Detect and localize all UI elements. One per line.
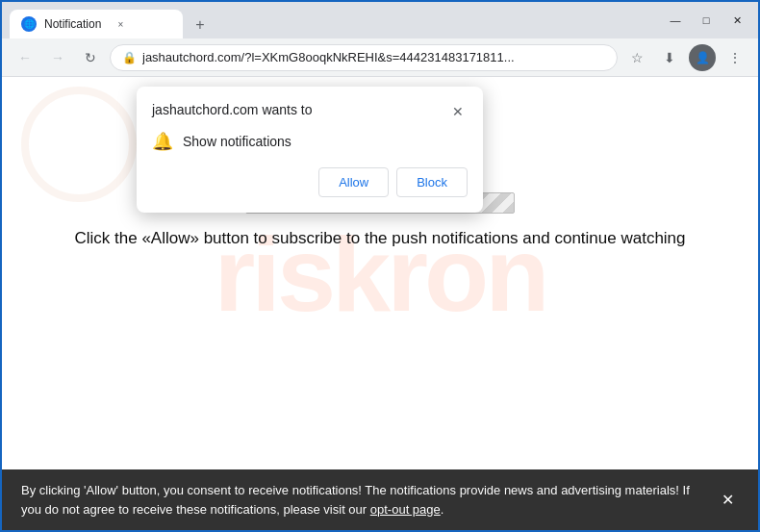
window-controls: — □ ✕ bbox=[662, 7, 750, 34]
downloads-icon: ⬇ bbox=[664, 50, 675, 65]
close-window-button[interactable]: ✕ bbox=[723, 7, 750, 34]
page-content: riskron jashautchord.com wants to ✕ 🔔 Sh… bbox=[2, 77, 758, 469]
tab-close-button[interactable]: × bbox=[113, 16, 128, 32]
popup-buttons: Allow Block bbox=[152, 167, 468, 197]
block-button[interactable]: Block bbox=[396, 167, 468, 197]
back-icon: ← bbox=[18, 50, 32, 65]
consent-text-content: By clicking 'Allow' button, you consent … bbox=[21, 483, 690, 517]
instruction-label: Click the «Allow» button to subscribe to… bbox=[74, 229, 685, 247]
consent-bar: By clicking 'Allow' button, you consent … bbox=[2, 469, 758, 530]
minimize-button[interactable]: — bbox=[662, 7, 689, 34]
notification-popup: jashautchord.com wants to ✕ 🔔 Show notif… bbox=[137, 87, 483, 213]
new-tab-button[interactable]: + bbox=[187, 12, 214, 38]
tab-favicon: 🌐 bbox=[21, 16, 37, 32]
back-button[interactable]: ← bbox=[12, 44, 38, 71]
profile-button[interactable]: 👤 bbox=[689, 44, 716, 71]
url-box[interactable]: 🔒 jashautchord.com/?l=XKmG8ooqkNkREHI&s=… bbox=[110, 44, 618, 71]
tab-area: 🌐 Notification × + bbox=[10, 2, 656, 38]
star-icon: ☆ bbox=[631, 50, 644, 65]
address-bar: ← → ↻ 🔒 jashautchord.com/?l=XKmG8ooqkNkR… bbox=[2, 38, 758, 77]
popup-close-button[interactable]: ✕ bbox=[448, 102, 468, 121]
forward-icon: → bbox=[51, 50, 64, 65]
tab-title: Notification bbox=[44, 17, 101, 31]
active-tab[interactable]: 🌐 Notification × bbox=[10, 10, 183, 38]
url-text: jashautchord.com/?l=XKmG8ooqkNkREHI&s=44… bbox=[142, 50, 605, 64]
downloads-button[interactable]: ⬇ bbox=[656, 44, 683, 71]
menu-button[interactable]: ⋮ bbox=[722, 44, 748, 71]
consent-text-suffix: . bbox=[441, 502, 444, 517]
opt-out-link[interactable]: opt-out page bbox=[370, 502, 441, 517]
popup-title: jashautchord.com wants to bbox=[152, 102, 313, 117]
notification-row: 🔔 Show notifications bbox=[152, 131, 468, 152]
instruction-text: Click the «Allow» button to subscribe to… bbox=[2, 229, 758, 248]
menu-dots-icon: ⋮ bbox=[728, 50, 742, 65]
notification-label: Show notifications bbox=[183, 134, 291, 149]
browser-window: 🌐 Notification × + — □ ✕ ← → ↻ 🔒 jashaut… bbox=[0, 0, 760, 532]
lock-icon: 🔒 bbox=[122, 51, 137, 64]
consent-close-button[interactable]: ✕ bbox=[716, 491, 739, 509]
maximize-button[interactable]: □ bbox=[693, 7, 720, 34]
allow-button[interactable]: Allow bbox=[318, 167, 389, 197]
bookmark-button[interactable]: ☆ bbox=[623, 44, 650, 71]
title-bar: 🌐 Notification × + — □ ✕ bbox=[2, 2, 758, 38]
reload-button[interactable]: ↻ bbox=[77, 44, 104, 71]
forward-button[interactable]: → bbox=[44, 44, 71, 71]
bell-icon: 🔔 bbox=[152, 131, 173, 152]
circle-watermark bbox=[21, 87, 137, 202]
popup-header: jashautchord.com wants to ✕ bbox=[152, 102, 468, 121]
consent-text: By clicking 'Allow' button, you consent … bbox=[21, 481, 704, 519]
reload-icon: ↻ bbox=[85, 50, 96, 65]
